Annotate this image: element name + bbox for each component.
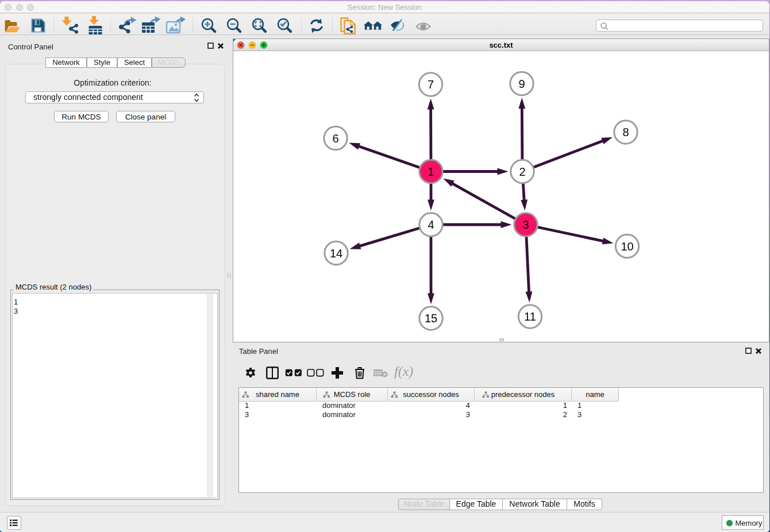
svg-text:7: 7 [428, 78, 434, 91]
svg-text:2: 2 [519, 165, 525, 178]
svg-text:8: 8 [622, 126, 629, 138]
svg-text:6: 6 [332, 132, 338, 144]
svg-text:4: 4 [428, 218, 434, 231]
svg-text:11: 11 [524, 310, 536, 323]
svg-text:10: 10 [621, 240, 633, 252]
svg-text:1: 1 [428, 165, 434, 178]
svg-text:15: 15 [425, 312, 437, 325]
svg-text:14: 14 [330, 246, 342, 259]
svg-text:9: 9 [518, 77, 525, 90]
svg-text:3: 3 [522, 218, 529, 231]
